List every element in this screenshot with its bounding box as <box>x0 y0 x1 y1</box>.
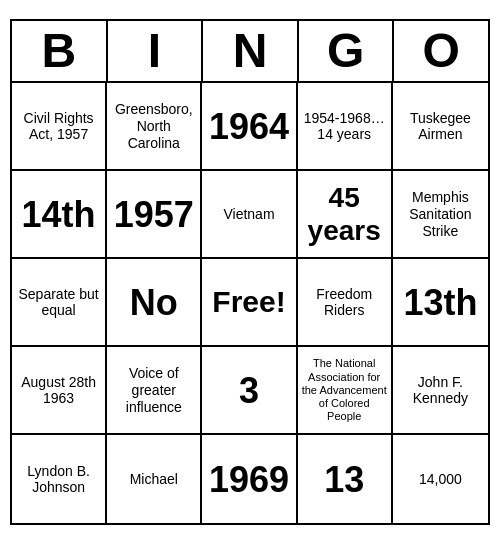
bingo-cell-6: 1957 <box>107 171 202 259</box>
cell-text: Freedom Riders <box>302 286 387 320</box>
cell-text: Tuskegee Airmen <box>397 110 484 144</box>
cell-text: Separate but equal <box>16 286 101 320</box>
bingo-cell-7: Vietnam <box>202 171 297 259</box>
cell-text: John F. Kennedy <box>397 374 484 408</box>
cell-text: No <box>130 281 178 324</box>
bingo-cell-16: Voice of greater influence <box>107 347 202 435</box>
cell-text: Michael <box>130 471 178 488</box>
cell-text: 1964 <box>209 105 289 148</box>
bingo-cell-8: 45years <box>298 171 393 259</box>
bingo-cell-10: Separate but equal <box>12 259 107 347</box>
cell-text: 13 <box>324 458 364 501</box>
bingo-card: BINGO Civil Rights Act, 1957Greensboro, … <box>10 19 490 526</box>
bingo-cell-9: Memphis Sanitation Strike <box>393 171 488 259</box>
cell-text: Voice of greater influence <box>111 365 196 415</box>
cell-text: 1957 <box>114 193 194 236</box>
bingo-cell-3: 1954-1968… 14 years <box>298 83 393 171</box>
header-letter-o: O <box>394 21 488 82</box>
cell-text: Lyndon B. Johnson <box>16 463 101 497</box>
bingo-cell-15: August 28th 1963 <box>12 347 107 435</box>
bingo-cell-4: Tuskegee Airmen <box>393 83 488 171</box>
cell-text: Vietnam <box>223 206 274 223</box>
bingo-cell-12: Free! <box>202 259 297 347</box>
bingo-cell-5: 14th <box>12 171 107 259</box>
bingo-cell-20: Lyndon B. Johnson <box>12 435 107 523</box>
cell-text: Free! <box>212 284 285 320</box>
bingo-cell-21: Michael <box>107 435 202 523</box>
cell-line-1: 45 <box>329 181 360 215</box>
cell-text: The National Association for the Advance… <box>302 357 387 423</box>
bingo-cell-17: 3 <box>202 347 297 435</box>
bingo-header: BINGO <box>12 21 488 84</box>
cell-line-2: years <box>308 214 381 248</box>
bingo-cell-23: 13 <box>298 435 393 523</box>
cell-text: Greensboro, North Carolina <box>111 101 196 151</box>
bingo-cell-13: Freedom Riders <box>298 259 393 347</box>
bingo-cell-2: 1964 <box>202 83 297 171</box>
bingo-cell-14: 13th <box>393 259 488 347</box>
header-letter-b: B <box>12 21 108 82</box>
bingo-grid: Civil Rights Act, 1957Greensboro, North … <box>12 83 488 523</box>
cell-text: 14th <box>22 193 96 236</box>
cell-text: Memphis Sanitation Strike <box>397 189 484 239</box>
cell-text: 1969 <box>209 458 289 501</box>
bingo-cell-1: Greensboro, North Carolina <box>107 83 202 171</box>
cell-text: 3 <box>239 369 259 412</box>
cell-text: August 28th 1963 <box>16 374 101 408</box>
header-letter-g: G <box>299 21 395 82</box>
header-letter-i: I <box>108 21 204 82</box>
cell-text: 14,000 <box>419 471 462 488</box>
bingo-cell-19: John F. Kennedy <box>393 347 488 435</box>
cell-text: 1954-1968… 14 years <box>302 110 387 144</box>
header-letter-n: N <box>203 21 299 82</box>
bingo-cell-11: No <box>107 259 202 347</box>
bingo-cell-24: 14,000 <box>393 435 488 523</box>
bingo-cell-18: The National Association for the Advance… <box>298 347 393 435</box>
cell-text: Civil Rights Act, 1957 <box>16 110 101 144</box>
bingo-cell-0: Civil Rights Act, 1957 <box>12 83 107 171</box>
cell-text: 13th <box>403 281 477 324</box>
bingo-cell-22: 1969 <box>202 435 297 523</box>
